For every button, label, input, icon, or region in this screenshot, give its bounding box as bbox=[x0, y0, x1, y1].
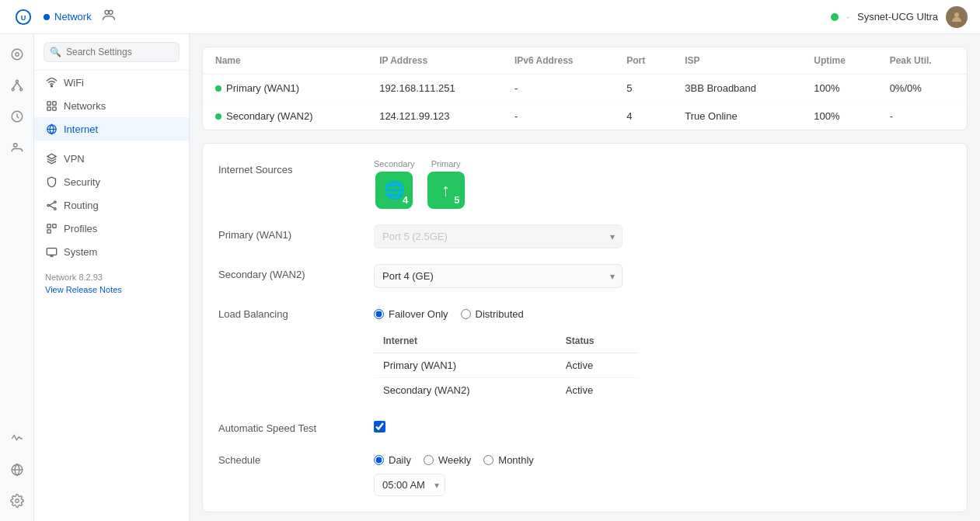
svg-rect-31 bbox=[47, 229, 50, 232]
svg-text:U: U bbox=[21, 13, 26, 21]
sidebar-icon-stats[interactable] bbox=[3, 102, 31, 130]
row-peak: 0%/0% bbox=[877, 75, 967, 102]
row-port: 4 bbox=[614, 102, 672, 130]
monthly-option[interactable]: Monthly bbox=[483, 454, 534, 466]
col-isp: ISP bbox=[672, 47, 801, 75]
svg-point-3 bbox=[109, 10, 113, 14]
lb-col-status: Status bbox=[556, 329, 638, 353]
failover-radio[interactable] bbox=[374, 309, 384, 319]
col-name: Name bbox=[203, 47, 367, 75]
svg-point-13 bbox=[13, 144, 17, 148]
svg-rect-19 bbox=[52, 101, 55, 104]
weekly-option[interactable]: Weekly bbox=[424, 454, 471, 466]
source-secondary-icon: 🌐 bbox=[384, 180, 405, 200]
sidebar-item-system[interactable]: System bbox=[34, 240, 189, 263]
daily-option[interactable]: Daily bbox=[374, 454, 411, 466]
sidebar-icon-activity[interactable] bbox=[3, 425, 31, 453]
load-balancing-row: Load Balancing Failover Only Distributed bbox=[218, 304, 951, 402]
sidebar-item-security[interactable]: Security bbox=[34, 170, 189, 193]
sidebar-item-internet[interactable]: Internet bbox=[34, 117, 189, 141]
row-uptime: 100% bbox=[801, 102, 877, 130]
secondary-wan-select[interactable]: Port 4 (GE) Port 5 (2.5GE) None bbox=[374, 264, 623, 288]
speed-test-row: Automatic Speed Test bbox=[218, 418, 951, 434]
svg-rect-29 bbox=[47, 224, 50, 227]
security-icon bbox=[45, 175, 58, 188]
site-name: Sysnet-UCG Ultra bbox=[857, 11, 938, 23]
svg-point-7 bbox=[16, 80, 18, 82]
schedule-row: Schedule Daily Weekly Monthl bbox=[218, 450, 951, 496]
users-icon[interactable] bbox=[101, 8, 117, 26]
sidebar-icon-clients[interactable] bbox=[3, 134, 31, 162]
row-ipv6: - bbox=[502, 75, 614, 102]
network-nav-item[interactable]: Network bbox=[44, 11, 92, 23]
secondary-wan-row: Secondary (WAN2) Port 4 (GE) Port 5 (2.5… bbox=[218, 264, 951, 288]
svg-point-17 bbox=[51, 85, 52, 86]
sidebar-item-profiles-label: Profiles bbox=[64, 223, 97, 234]
sidebar-icon-dashboard[interactable] bbox=[3, 40, 31, 68]
wan-table: Name IP Address IPv6 Address Port ISP Up… bbox=[203, 47, 967, 130]
sources-container: Secondary 🌐 4 Primary ↑ 5 bbox=[374, 159, 951, 209]
weekly-radio[interactable] bbox=[424, 455, 434, 465]
topbar: U Network · Sysnet-UCG Ultra bbox=[0, 0, 980, 34]
sidebar-item-profiles[interactable]: Profiles bbox=[34, 217, 189, 240]
source-primary: Primary ↑ 5 bbox=[427, 159, 465, 209]
sidebar-item-networks[interactable]: Networks bbox=[34, 94, 189, 117]
network-active-dot bbox=[44, 14, 50, 20]
source-primary-label: Primary bbox=[431, 159, 461, 168]
primary-wan-label: Primary (WAN1) bbox=[218, 224, 358, 241]
svg-point-26 bbox=[54, 207, 56, 210]
sidebar-icon-location[interactable] bbox=[3, 456, 31, 484]
internet-sources-row: Internet Sources Secondary 🌐 4 Primary bbox=[218, 159, 951, 209]
col-ip: IP Address bbox=[367, 47, 502, 75]
row-ip: 192.168.111.251 bbox=[367, 75, 502, 102]
lb-wan2-name: Secondary (WAN2) bbox=[374, 378, 556, 403]
row-isp: True Online bbox=[672, 102, 801, 130]
daily-radio[interactable] bbox=[374, 455, 384, 465]
speed-test-checkbox-wrap bbox=[374, 418, 951, 432]
failover-only-option[interactable]: Failover Only bbox=[374, 308, 448, 320]
profiles-icon bbox=[45, 222, 58, 234]
time-select[interactable]: 12:00 AM 01:00 AM 02:00 AM 03:00 AM 04:0… bbox=[374, 474, 445, 496]
logo[interactable]: U bbox=[12, 6, 34, 28]
load-balancing-field: Failover Only Distributed Internet bbox=[374, 304, 951, 402]
internet-config-card: Internet Sources Secondary 🌐 4 Primary bbox=[202, 143, 968, 512]
sidebar-icon-settings[interactable] bbox=[3, 487, 31, 515]
row-port: 5 bbox=[614, 75, 672, 102]
row-name: Primary (WAN1) bbox=[203, 75, 367, 102]
speed-test-label: Automatic Speed Test bbox=[218, 418, 358, 434]
table-row: Secondary (WAN2) 124.121.99.123 - 4 True… bbox=[203, 102, 967, 130]
topbar-right: · Sysnet-UCG Ultra bbox=[831, 6, 968, 28]
release-notes-link[interactable]: View Release Notes bbox=[34, 285, 189, 304]
lb-wan1-status: Active bbox=[556, 353, 638, 378]
primary-wan-row: Primary (WAN1) Port 5 (2.5GE) bbox=[218, 224, 951, 248]
vpn-icon bbox=[45, 152, 58, 165]
source-secondary-num: 4 bbox=[403, 194, 408, 206]
sidebar-item-routing[interactable]: Routing bbox=[34, 193, 189, 217]
daily-label: Daily bbox=[389, 454, 411, 466]
internet-sources-label: Internet Sources bbox=[218, 159, 358, 175]
search-section: 🔍 bbox=[34, 34, 189, 71]
lb-col-internet: Internet bbox=[374, 329, 556, 353]
speed-test-checkbox[interactable] bbox=[374, 421, 385, 432]
sidebar-item-wifi[interactable]: WiFi bbox=[34, 71, 189, 94]
load-balancing-label: Load Balancing bbox=[218, 304, 358, 320]
routing-icon bbox=[45, 199, 58, 211]
network-nav-label: Network bbox=[54, 11, 92, 23]
distributed-option[interactable]: Distributed bbox=[461, 308, 524, 320]
search-input[interactable] bbox=[44, 42, 180, 62]
status-dot bbox=[831, 13, 839, 21]
col-peak: Peak Util. bbox=[877, 47, 967, 75]
sidebar-item-vpn[interactable]: VPN bbox=[34, 147, 189, 170]
primary-wan-field: Port 5 (2.5GE) bbox=[374, 224, 951, 248]
lb-row-wan2: Secondary (WAN2) Active bbox=[374, 378, 638, 403]
distributed-radio[interactable] bbox=[461, 309, 471, 319]
svg-point-25 bbox=[54, 200, 56, 203]
svg-line-10 bbox=[12, 82, 16, 89]
row-peak: - bbox=[877, 102, 967, 130]
lb-row-wan1: Primary (WAN1) Active bbox=[374, 353, 638, 378]
monthly-radio[interactable] bbox=[483, 455, 493, 465]
avatar[interactable] bbox=[946, 6, 968, 28]
wifi-icon bbox=[45, 76, 58, 89]
system-icon bbox=[45, 245, 58, 258]
sidebar-icon-topology[interactable] bbox=[3, 71, 31, 99]
